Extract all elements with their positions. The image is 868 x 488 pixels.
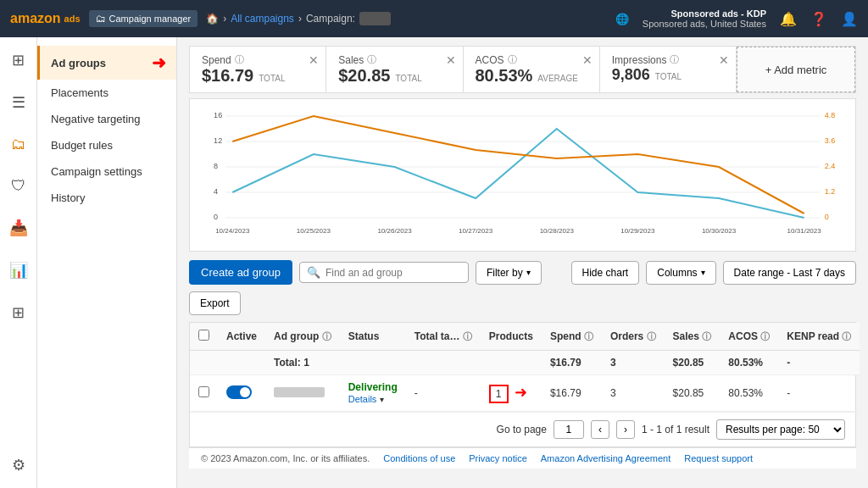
inbox-icon[interactable]: 📥	[6, 215, 31, 241]
prev-page-button[interactable]: ‹	[591, 420, 609, 439]
status-details-link[interactable]: Details ▾	[348, 393, 398, 405]
svg-text:10/26/2023: 10/26/2023	[377, 227, 412, 235]
all-campaigns-link[interactable]: All campaigns	[231, 13, 294, 25]
home-icon[interactable]: 🏠	[206, 13, 219, 25]
acos-info-icon[interactable]: ⓘ	[508, 53, 517, 66]
help-icon[interactable]: ❓	[810, 11, 827, 27]
tab-icon: 🗂	[96, 13, 106, 25]
account-sub: Sponsored ads, United States	[643, 19, 766, 29]
close-impressions-button[interactable]: ✕	[719, 53, 729, 67]
columns-chevron-icon: ▾	[701, 268, 705, 277]
date-range-button[interactable]: Date range - Last 7 days	[723, 261, 856, 285]
request-support-link[interactable]: Request support	[684, 453, 753, 463]
bar-chart-icon[interactable]: 📊	[6, 258, 31, 283]
table-total-row: Total: 1 $16.79 3 $20.85 80.53% -	[190, 351, 860, 375]
campaign-icon[interactable]: 🗂	[8, 132, 30, 157]
acos-label: ACOS ⓘ	[476, 53, 587, 66]
account-name: Sponsored ads - KDP	[643, 8, 766, 19]
privacy-link[interactable]: Privacy notice	[469, 453, 526, 463]
svg-text:8: 8	[214, 162, 218, 170]
th-active: Active	[218, 323, 265, 351]
spend-info-icon[interactable]: ⓘ	[235, 53, 244, 66]
sidebar-item-placements[interactable]: Placements	[37, 80, 176, 106]
sidebar-item-budget-rules[interactable]: Budget rules	[37, 132, 176, 158]
content-area: ✕ Spend ⓘ $16.79 TOTAL ✕ Sales ⓘ $20.85	[177, 37, 868, 488]
search-input[interactable]	[326, 267, 461, 279]
sales-info-icon[interactable]: ⓘ	[367, 53, 376, 66]
bell-icon[interactable]: 🔔	[780, 11, 797, 27]
row-status-cell: Delivering Details ▾	[340, 375, 406, 412]
svg-text:10/28/2023: 10/28/2023	[540, 227, 575, 235]
ad-groups-label: Ad groups	[51, 57, 106, 69]
impressions-value: 9,806	[612, 66, 650, 84]
row-orders-cell: 3	[602, 375, 665, 412]
impressions-sub: TOTAL	[655, 72, 682, 81]
columns-button[interactable]: Columns ▾	[646, 261, 715, 285]
nav-right: 🌐 Sponsored ads - KDP Sponsored ads, Uni…	[615, 8, 858, 29]
line-chart: 16 12 8 4 0 4.8 3.6 2.4 1.2 0 10/24/2023	[198, 108, 847, 243]
settings-icon[interactable]: ⚙	[8, 452, 29, 478]
footer: © 2023 Amazon.com, Inc. or its affiliate…	[189, 447, 856, 469]
acos-col-info-icon[interactable]: ⓘ	[760, 331, 770, 341]
orders-info-icon[interactable]: ⓘ	[647, 331, 656, 341]
footer-copyright: © 2023 Amazon.com, Inc. or its affiliate…	[201, 453, 370, 463]
sales-value: $20.85	[338, 66, 390, 86]
row-checkbox[interactable]	[198, 386, 209, 397]
th-spend: Spend ⓘ	[542, 323, 602, 351]
sidebar-item-campaign-settings[interactable]: Campaign settings	[37, 158, 176, 185]
sidebar-item-history[interactable]: History	[37, 185, 176, 211]
next-page-button[interactable]: ›	[616, 420, 635, 439]
total-label-cell: Total: 1	[265, 351, 340, 375]
advertising-agreement-link[interactable]: Amazon Advertising Agreement	[541, 453, 670, 463]
campaign-manager-tab[interactable]: 🗂 Campaign manager	[89, 10, 198, 27]
user-icon[interactable]: 👤	[841, 11, 858, 27]
spend-col-info-icon[interactable]: ⓘ	[584, 331, 593, 341]
total-orders-cell: 3	[602, 351, 665, 375]
ad-group-name-bar	[274, 387, 325, 397]
apps-icon[interactable]: ⊞	[8, 300, 28, 325]
total-kenp-cell: -	[778, 351, 860, 375]
export-button[interactable]: Export	[189, 291, 241, 315]
red-arrow-icon: ➜	[152, 53, 166, 73]
svg-text:10/25/2023: 10/25/2023	[297, 227, 331, 235]
svg-text:16: 16	[214, 111, 222, 119]
svg-text:4.8: 4.8	[825, 111, 836, 119]
columns-label: Columns	[657, 267, 697, 279]
layers-icon[interactable]: ☰	[8, 90, 29, 115]
grid-icon[interactable]: ⊞	[8, 47, 28, 73]
page-number-input[interactable]	[554, 420, 584, 439]
close-sales-button[interactable]: ✕	[446, 53, 456, 67]
acos-sub: AVERAGE	[537, 74, 578, 83]
results-per-page-select[interactable]: Results per page: 50 Results per page: 2…	[716, 419, 845, 440]
total-status-cell	[340, 351, 406, 375]
spend-sub: TOTAL	[259, 74, 285, 83]
select-all-checkbox[interactable]	[198, 330, 209, 341]
filter-by-button[interactable]: Filter by ▾	[476, 261, 542, 285]
th-ad-group[interactable]: Ad group ⓘ	[265, 323, 340, 351]
row-active-toggle[interactable]	[226, 385, 252, 399]
sidebar-item-ad-groups[interactable]: Ad groups ➜	[37, 46, 176, 80]
th-products: Products	[481, 323, 542, 351]
hide-chart-button[interactable]: Hide chart	[571, 261, 640, 285]
close-spend-button[interactable]: ✕	[309, 53, 319, 67]
sidebar-item-negative-targeting[interactable]: Negative targeting	[37, 106, 176, 132]
pagination-row: Go to page ‹ › 1 - 1 of 1 result Results…	[190, 412, 855, 446]
sales-col-info-icon[interactable]: ⓘ	[702, 331, 711, 341]
shield-icon[interactable]: 🛡	[8, 174, 30, 198]
ad-group-info-icon[interactable]: ⓘ	[322, 331, 331, 341]
sales-sub: TOTAL	[395, 74, 421, 83]
conditions-link[interactable]: Conditions of use	[383, 453, 455, 463]
svg-text:10/30/2023: 10/30/2023	[702, 227, 737, 235]
breadcrumb: 🏠 › All campaigns › Campaign:	[206, 12, 391, 25]
impressions-info-icon[interactable]: ⓘ	[670, 53, 679, 66]
close-acos-button[interactable]: ✕	[582, 53, 593, 67]
kenp-info-icon[interactable]: ⓘ	[842, 331, 851, 341]
results-summary: 1 - 1 of 1 result	[642, 424, 709, 435]
total-target-info-icon[interactable]: ⓘ	[463, 331, 472, 341]
chart-container: 16 12 8 4 0 4.8 3.6 2.4 1.2 0 10/24/2023	[189, 98, 856, 252]
products-highlight: 1	[489, 385, 509, 403]
create-ad-group-button[interactable]: Create ad group	[189, 260, 292, 285]
svg-text:0: 0	[825, 213, 829, 221]
add-metric-button[interactable]: + Add metric	[737, 47, 855, 92]
ads-text: ads	[64, 14, 81, 24]
